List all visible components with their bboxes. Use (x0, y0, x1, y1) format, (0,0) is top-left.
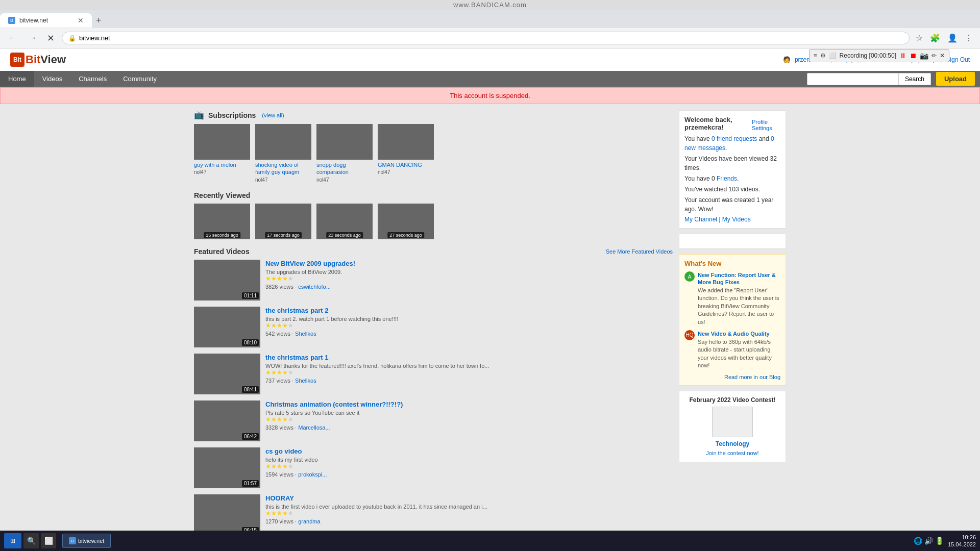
upload-button[interactable]: Upload (936, 72, 975, 86)
recording-label: Recording [00:00:50] (840, 52, 896, 59)
recording-edit-icon[interactable]: ✏ (932, 52, 937, 59)
search-button[interactable]: Search (899, 73, 931, 85)
video-thumbnail[interactable]: 15 seconds ago (194, 204, 250, 239)
address-bar[interactable]: 🔒 (62, 32, 910, 44)
video-user-link[interactable]: cswitchfofo... (298, 284, 331, 290)
list-item: snopp dogg comparasion nol47 (316, 124, 373, 183)
site-logo[interactable]: Bit BitView (10, 53, 66, 67)
menu-icon[interactable]: ⋮ (963, 31, 975, 45)
video-title-link[interactable]: HOORAY (265, 494, 673, 502)
video-thumbnail[interactable] (255, 124, 311, 160)
video-thumbnail[interactable]: 23 seconds ago (316, 204, 373, 239)
recording-close-icon[interactable]: ✕ (940, 52, 945, 59)
report-user-desc: We added the "Report User" function. Do … (698, 287, 780, 326)
recording-camera-icon[interactable]: 📷 (920, 52, 928, 60)
bookmark-icon[interactable]: ☆ (914, 31, 925, 45)
video-user-link[interactable]: prokokspi... (298, 471, 327, 478)
video-title-link[interactable]: snopp dogg comparasion (316, 161, 373, 176)
video-thumbnail[interactable] (316, 124, 373, 160)
video-user-link[interactable]: Shellkos (295, 331, 316, 337)
recording-stop-icon[interactable]: ⏹ (910, 52, 917, 60)
video-title-link[interactable]: Christmas animation (contest winner?!!?!… (265, 400, 673, 408)
see-more-link[interactable]: See More Featured Videos (606, 248, 673, 255)
recording-settings-icon[interactable]: ⚙ (820, 52, 826, 59)
profile-settings-link[interactable]: Profile Settings (752, 119, 780, 131)
back-button[interactable]: ← (5, 32, 20, 44)
subscriptions-grid: guy with a melon nol47 shocking video of… (194, 124, 673, 183)
left-column: 📺 Subscriptions (view all) guy with a me… (194, 110, 673, 551)
friends-link[interactable]: Friends (717, 175, 737, 182)
time-badge: 27 seconds ago (387, 232, 424, 238)
video-thumbnail[interactable]: 08:41 (194, 354, 260, 394)
video-duration: 01:11 (242, 292, 259, 299)
nav-home[interactable]: Home (0, 71, 34, 87)
video-thumbnail[interactable]: 06:15 (194, 494, 260, 535)
video-thumbnail[interactable]: 08:10 (194, 307, 260, 347)
suspended-banner: This account is suspended. (0, 87, 980, 104)
contest-join-link[interactable]: Join the contest now! (706, 450, 758, 456)
browser-taskbar-app[interactable]: B bitview.net (62, 534, 111, 548)
browser-tab-active[interactable]: B bitview.net ✕ (0, 13, 92, 28)
report-user-link[interactable]: New Function: Report User & More Bug Fix… (698, 272, 776, 285)
video-title-link[interactable]: guy with a melon (194, 161, 250, 168)
view-all-link[interactable]: (view all) (262, 112, 284, 118)
video-thumbnail[interactable]: 01:11 (194, 260, 260, 300)
video-user-link[interactable]: grandma (298, 518, 320, 524)
nav-community[interactable]: Community (115, 71, 165, 87)
video-title-link[interactable]: New BitView 2009 upgrades! (265, 260, 673, 267)
video-user: nol47 (255, 177, 267, 183)
video-title-link[interactable]: shocking video of family guy quagm (255, 161, 311, 176)
video-user: nol47 (194, 169, 206, 175)
video-title-link[interactable]: GMAN DANCING (378, 161, 434, 168)
channel-links: My Channel | My Videos (684, 216, 780, 223)
signout-link[interactable]: Sign Out (946, 56, 970, 63)
search-input[interactable] (807, 73, 899, 85)
recording-crop-icon[interactable]: ⬜ (829, 52, 837, 59)
list-item: shocking video of family guy quagm nol47 (255, 124, 311, 183)
friend-requests-link[interactable]: 0 friend requests (712, 135, 757, 142)
video-thumbnail[interactable]: 06:42 (194, 400, 260, 441)
contest-category-link[interactable]: Technology (684, 440, 780, 447)
video-user-link[interactable]: Shellkos (295, 378, 316, 384)
url-input[interactable] (79, 34, 903, 42)
video-title-link[interactable]: the christmas part 2 (265, 307, 673, 314)
video-thumbnail[interactable]: 01:57 (194, 447, 260, 488)
search-taskbar-icon[interactable]: 🔍 (23, 533, 39, 548)
video-thumbnail[interactable] (194, 124, 250, 160)
profile-icon[interactable]: 👤 (945, 31, 960, 45)
video-user-link[interactable]: Marcellosa... (298, 424, 330, 431)
video-title-link[interactable]: the christmas part 1 (265, 354, 673, 361)
account-age-text: Your account was created 1 year ago. Wow… (684, 195, 780, 214)
video-quality-desc: Say hello to 360p with 64kb/s audio bitr… (698, 338, 780, 370)
my-channel-link[interactable]: My Channel (684, 216, 717, 223)
video-user: nol47 (316, 177, 329, 183)
video-title-link[interactable]: cs go video (265, 447, 673, 455)
taskview-icon[interactable]: ⬜ (41, 533, 56, 548)
star-rating: ★★★★★ (265, 322, 293, 329)
video-quality-link[interactable]: New Video & Audio Quality (698, 331, 770, 337)
recording-pause-icon[interactable]: ⏸ (899, 52, 906, 60)
close-tab-button[interactable]: ✕ (78, 16, 84, 24)
forward-button[interactable]: → (24, 32, 40, 44)
watched-text: You've watched 103 videos. (684, 185, 780, 194)
whats-new-item-content: New Function: Report User & More Bug Fix… (698, 271, 780, 326)
time-badge: 15 seconds ago (204, 232, 240, 238)
video-thumbnail[interactable] (378, 124, 434, 160)
video-thumbnail[interactable]: 17 seconds ago (255, 204, 311, 239)
recording-menu-icon[interactable]: ≡ (814, 52, 817, 59)
table-row: 06:42 Christmas animation (contest winne… (194, 400, 673, 441)
reload-button[interactable]: ✕ (44, 32, 58, 45)
user-avatar-icon: 🧑 (783, 56, 791, 63)
video-meta: 1594 views · prokokspi... (265, 471, 673, 478)
my-videos-link[interactable]: My Videos (722, 216, 751, 223)
new-tab-button[interactable]: + (92, 15, 106, 26)
nav-videos[interactable]: Videos (34, 71, 71, 87)
start-button[interactable]: ⊞ (4, 533, 21, 548)
video-thumbnail[interactable]: 27 seconds ago (378, 204, 434, 239)
video-meta: 3826 views · cswitchfofo... (265, 284, 673, 290)
featured-header: Featured Videos See More Featured Videos (194, 247, 673, 256)
whats-new-item-content: New Video & Audio Quality Say hello to 3… (698, 330, 780, 370)
extensions-icon[interactable]: 🧩 (928, 31, 942, 45)
blog-link[interactable]: Read more in our Blog (684, 374, 780, 380)
nav-channels[interactable]: Channels (70, 71, 115, 87)
